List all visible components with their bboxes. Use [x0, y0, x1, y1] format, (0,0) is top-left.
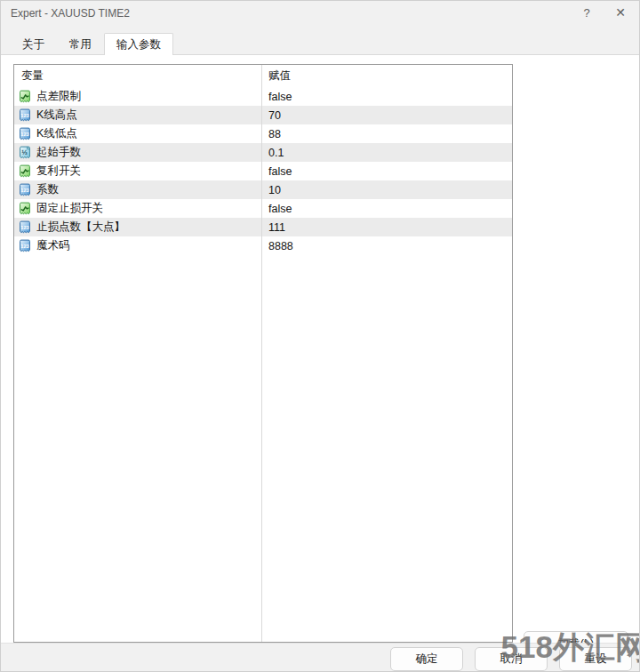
title-bar: Expert - XAUUSD TIME2 ? ✕: [1, 1, 639, 26]
table-header: 变量 赋值: [14, 65, 512, 87]
header-variable: 变量: [14, 68, 261, 84]
svg-text:123: 123: [20, 243, 28, 248]
param-label: 固定止损开关: [36, 201, 103, 216]
svg-text:123: 123: [20, 131, 28, 136]
tab-strip: 关于 常用 输入参数: [10, 33, 639, 54]
param-row[interactable]: 123 止损点数【大点】 111: [14, 218, 512, 236]
param-row[interactable]: 复利开关 false: [14, 162, 512, 180]
svg-text:½: ½: [21, 148, 28, 156]
svg-text:123: 123: [20, 224, 28, 229]
param-label: 起始手数: [36, 145, 81, 160]
param-row[interactable]: 123 系数 10: [14, 180, 512, 199]
help-button[interactable]: ?: [573, 3, 600, 22]
integer-param-icon: 123: [18, 183, 32, 197]
cancel-button[interactable]: 取消: [475, 647, 548, 671]
bool-param-icon: [18, 90, 32, 104]
param-label: 点差限制: [36, 89, 81, 104]
param-rows: 点差限制 false 123 K线高点 70 123 K线低点 88 ½ 起始手…: [14, 87, 512, 255]
double-param-icon: ½: [18, 146, 32, 160]
svg-text:123: 123: [20, 187, 28, 192]
ok-button[interactable]: 确定: [390, 647, 463, 671]
close-button[interactable]: ✕: [607, 3, 634, 22]
parameter-table: 变量 赋值 点差限制 false 123 K线高点 70 123 K线低点 88…: [13, 64, 513, 643]
param-value[interactable]: false: [261, 165, 512, 178]
tab-about[interactable]: 关于: [10, 35, 57, 54]
integer-param-icon: 123: [18, 220, 32, 235]
param-row[interactable]: ½ 起始手数 0.1: [14, 143, 512, 162]
param-value[interactable]: false: [261, 203, 512, 215]
param-label: 复利开关: [36, 164, 81, 179]
param-value[interactable]: false: [261, 91, 512, 103]
integer-param-icon: 123: [18, 108, 32, 123]
bool-param-icon: [18, 164, 32, 179]
param-value[interactable]: 10: [261, 184, 512, 196]
tab-common[interactable]: 常用: [57, 35, 104, 54]
integer-param-icon: 123: [18, 127, 32, 141]
bool-param-icon: [18, 202, 32, 216]
param-row[interactable]: 固定止损开关 false: [14, 199, 512, 218]
header-value: 赋值: [261, 68, 512, 84]
param-value[interactable]: 70: [261, 109, 512, 122]
param-value[interactable]: 0.1: [261, 147, 512, 159]
param-row[interactable]: 123 魔术码 8888: [14, 236, 512, 255]
param-row[interactable]: 123 K线高点 70: [14, 106, 512, 124]
param-row[interactable]: 点差限制 false: [14, 87, 512, 106]
param-label: 系数: [36, 182, 59, 197]
column-divider[interactable]: [261, 65, 262, 642]
param-value[interactable]: 111: [261, 221, 512, 234]
param-label: K线高点: [36, 108, 77, 123]
reset-button[interactable]: 重设: [559, 647, 632, 671]
window-title: Expert - XAUUSD TIME2: [11, 7, 130, 20]
tab-inputs[interactable]: 输入参数: [104, 33, 173, 55]
svg-text:123: 123: [20, 112, 28, 117]
integer-param-icon: 123: [18, 239, 32, 253]
param-value[interactable]: 8888: [261, 240, 512, 252]
param-row[interactable]: 123 K线低点 88: [14, 124, 512, 143]
param-label: 魔术码: [36, 238, 70, 253]
expert-properties-dialog: Expert - XAUUSD TIME2 ? ✕ 关于 常用 输入参数 变量 …: [0, 0, 640, 672]
inputs-tab-page: 变量 赋值 点差限制 false 123 K线高点 70 123 K线低点 88…: [1, 54, 640, 643]
param-label: 止损点数【大点】: [36, 220, 125, 235]
param-label: K线低点: [36, 126, 77, 141]
param-value[interactable]: 88: [261, 128, 512, 140]
